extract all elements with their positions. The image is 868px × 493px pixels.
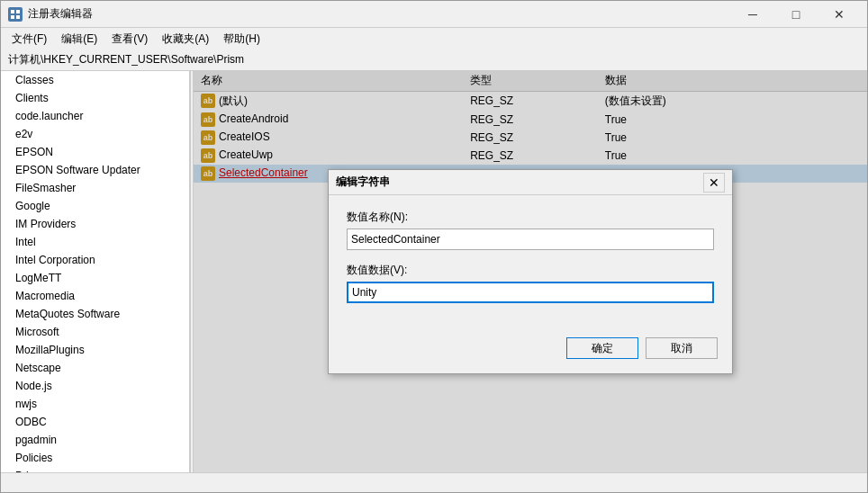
menu-help[interactable]: 帮助(H) <box>216 30 267 49</box>
close-button[interactable]: ✕ <box>818 1 860 28</box>
ok-button[interactable]: 确定 <box>566 337 638 359</box>
dialog-title: 编辑字符串 <box>336 175 703 190</box>
data-label: 数值数据(V): <box>347 263 714 278</box>
name-label: 数值名称(N): <box>347 210 714 225</box>
modal-overlay: 编辑字符串 ✕ 数值名称(N): 数值数据(V): <box>194 71 867 472</box>
cancel-button[interactable]: 取消 <box>646 337 718 359</box>
sidebar-item-policies[interactable]: Policies <box>1 449 189 467</box>
svg-rect-1 <box>16 10 20 13</box>
data-input[interactable] <box>347 282 714 303</box>
sidebar-item-improviders[interactable]: IM Providers <box>1 215 189 233</box>
window-title: 注册表编辑器 <box>28 6 732 22</box>
dialog-title-bar: 编辑字符串 ✕ <box>329 170 732 195</box>
menu-edit[interactable]: 编辑(E) <box>54 30 104 49</box>
dialog-footer: 确定 取消 <box>329 330 732 373</box>
sidebar-item-metaquotes[interactable]: MetaQuotes Software <box>1 305 189 323</box>
menu-favorites[interactable]: 收藏夹(A) <box>155 30 216 49</box>
sidebar-item-macromedia[interactable]: Macromedia <box>1 287 189 305</box>
name-input[interactable] <box>347 229 714 250</box>
sidebar-item-codelauncher[interactable]: code.launcher <box>1 107 189 125</box>
app-icon <box>8 7 23 22</box>
dialog-body: 数值名称(N): 数值数据(V): <box>329 195 732 330</box>
sidebar-item-epson[interactable]: EPSON <box>1 143 189 161</box>
sidebar-item-epson-updater[interactable]: EPSON Software Updater <box>1 161 189 179</box>
dialog-close-button[interactable]: ✕ <box>703 173 725 193</box>
main-window: 注册表编辑器 ─ □ ✕ 文件(F) 编辑(E) 查看(V) 收藏夹(A) 帮助… <box>0 0 868 493</box>
sidebar-item-intel-corp[interactable]: Intel Corporation <box>1 251 189 269</box>
sidebar-item-google[interactable]: Google <box>1 197 189 215</box>
svg-rect-3 <box>16 15 20 19</box>
sidebar-item-microsoft[interactable]: Microsoft <box>1 323 189 341</box>
menu-view[interactable]: 查看(V) <box>104 30 155 49</box>
sidebar-item-filesmasher[interactable]: FileSmasher <box>1 179 189 197</box>
sidebar-item-intel[interactable]: Intel <box>1 233 189 251</box>
menu-file[interactable]: 文件(F) <box>5 30 54 49</box>
edit-string-dialog: 编辑字符串 ✕ 数值名称(N): 数值数据(V): <box>328 169 733 374</box>
sidebar-item-odbc[interactable]: ODBC <box>1 413 189 431</box>
status-bar <box>1 472 867 492</box>
svg-rect-2 <box>11 15 14 19</box>
svg-rect-0 <box>11 10 14 13</box>
main-content: Classes Clients code.launcher e2v EPSON … <box>1 71 867 472</box>
data-group: 数值数据(V): <box>347 263 714 303</box>
sidebar-item-mozillaplugins[interactable]: MozillaPlugins <box>1 341 189 359</box>
minimize-button[interactable]: ─ <box>732 1 773 28</box>
window-controls: ─ □ ✕ <box>732 1 860 28</box>
sidebar: Classes Clients code.launcher e2v EPSON … <box>1 71 190 472</box>
address-bar: 计算机\HKEY_CURRENT_USER\Software\Prism <box>1 49 867 71</box>
sidebar-item-clients[interactable]: Clients <box>1 89 189 107</box>
sidebar-item-netscape[interactable]: Netscape <box>1 359 189 377</box>
name-group: 数值名称(N): <box>347 210 714 250</box>
maximize-button[interactable]: □ <box>775 1 817 28</box>
sidebar-item-nodejs[interactable]: Node.js <box>1 377 189 395</box>
sidebar-item-e2v[interactable]: e2v <box>1 125 189 143</box>
address-path: 计算机\HKEY_CURRENT_USER\Software\Prism <box>8 52 244 67</box>
sidebar-item-logmett[interactable]: LogMeTT <box>1 269 189 287</box>
right-panel: 名称 类型 数据 ab(默认)REG_SZ(数值未设置)abCreateAndr… <box>194 71 867 472</box>
sidebar-item-pgadmin[interactable]: pgadmin <box>1 431 189 449</box>
sidebar-item-classes[interactable]: Classes <box>1 71 189 89</box>
title-bar: 注册表编辑器 ─ □ ✕ <box>1 1 867 28</box>
sidebar-item-nwjs[interactable]: nwjs <box>1 395 189 413</box>
menu-bar: 文件(F) 编辑(E) 查看(V) 收藏夹(A) 帮助(H) <box>1 28 867 49</box>
